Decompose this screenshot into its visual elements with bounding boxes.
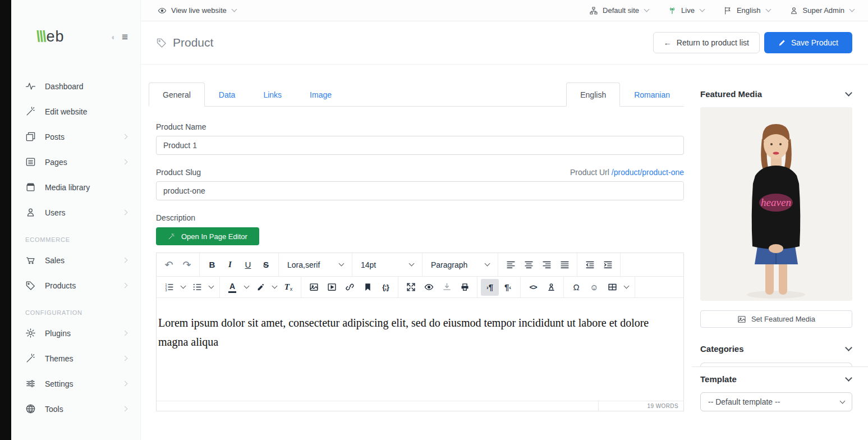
sidebar-item-plugins[interactable]: Plugins — [11, 320, 140, 346]
tab-data[interactable]: Data — [205, 82, 250, 107]
site-selector-menu[interactable]: Default site — [589, 6, 649, 15]
underline-button[interactable]: U — [239, 256, 257, 273]
save-draft-button[interactable] — [438, 279, 456, 296]
source-code-button[interactable]: <> — [524, 279, 542, 296]
sidebar-item-dashboard[interactable]: Dashboard — [11, 74, 140, 99]
sidebar-item-posts[interactable]: Posts — [11, 124, 140, 149]
product-name-input[interactable] — [156, 136, 684, 155]
text-color-button[interactable]: A — [223, 279, 241, 296]
page-title-row: Product — [156, 36, 213, 49]
tab-image[interactable]: Image — [296, 82, 346, 107]
sidebar-item-media-library[interactable]: Media library — [11, 175, 140, 200]
bullet-list-options[interactable] — [206, 279, 216, 296]
product-form: Product Name Product Slug Product Url /p… — [156, 122, 684, 411]
align-center-button[interactable] — [520, 256, 538, 273]
chevron-down-icon — [845, 89, 852, 97]
chevron-down-icon — [845, 374, 852, 382]
tab-links[interactable]: Links — [249, 82, 296, 107]
tab-lang-english[interactable]: English — [566, 82, 620, 107]
sidebar-item-users[interactable]: Users — [11, 200, 140, 225]
topbar: View live website Default site Live Engl… — [141, 0, 868, 21]
block-format-select[interactable]: Paragraph — [426, 256, 494, 273]
template-header[interactable]: Template — [700, 374, 852, 384]
insert-media-button[interactable] — [323, 279, 341, 296]
chevron-down-icon — [765, 7, 771, 12]
code-sample-button[interactable]: {;} — [376, 279, 394, 296]
model-photo: heaven — [700, 107, 852, 301]
word-count[interactable]: 19 WORDS — [598, 401, 683, 411]
sidebar: \\\ eb ◐ ≡ Dashboard Edit website Posts … — [11, 0, 141, 440]
align-justify-button[interactable] — [555, 256, 573, 273]
pencil-icon — [778, 39, 786, 47]
return-to-product-list-button[interactable]: ← Return to product list — [653, 32, 760, 53]
chevron-right-icon — [122, 381, 128, 387]
sidebar-logo-row: \\\ eb ◐ ≡ — [11, 0, 140, 74]
product-slug-input[interactable] — [156, 181, 684, 200]
insert-link-button[interactable] — [341, 279, 359, 296]
tab-lang-romanian[interactable]: Romanian — [620, 82, 684, 107]
sidebar-item-sales[interactable]: Sales — [11, 247, 140, 273]
sidebar-item-products[interactable]: Products — [11, 273, 140, 298]
bookmark-anchor-button[interactable] — [359, 279, 376, 296]
sidebar-item-themes[interactable]: Themes — [11, 346, 140, 371]
sidebar-item-edit-website[interactable]: Edit website — [11, 99, 140, 124]
insert-image-button[interactable] — [305, 279, 323, 296]
collapse-menu-icon[interactable]: ≡ — [122, 31, 128, 42]
font-family-select[interactable]: Lora,serif — [282, 256, 348, 273]
font-size-select[interactable]: 14pt — [356, 256, 419, 273]
special-character-button[interactable]: Ω — [567, 279, 585, 296]
user-menu[interactable]: Super Admin — [789, 6, 854, 15]
table-options[interactable] — [621, 279, 631, 296]
align-right-button[interactable] — [538, 256, 555, 273]
chevron-right-icon — [122, 406, 128, 412]
view-live-website-menu[interactable]: View live website — [158, 6, 236, 15]
categories-header[interactable]: Categories — [700, 344, 852, 354]
environment-menu[interactable]: Live — [668, 6, 704, 15]
sidebar-section-ecommerce: ECOMMERCE — [11, 236, 140, 243]
svg-text:heaven: heaven — [761, 196, 791, 208]
fullscreen-button[interactable] — [402, 279, 420, 296]
anchor-button[interactable] — [542, 279, 560, 296]
sidebar-item-tools[interactable]: Tools — [11, 396, 140, 421]
align-left-button[interactable] — [502, 256, 520, 273]
sidebar-item-settings[interactable]: Settings — [11, 371, 140, 396]
undo-button[interactable]: ↶ — [160, 256, 178, 273]
sidebar-item-pages[interactable]: Pages — [11, 149, 140, 175]
preview-button[interactable] — [420, 279, 438, 296]
chevron-down-icon — [849, 7, 855, 12]
outdent-button[interactable] — [581, 256, 599, 273]
ltr-direction-button[interactable]: ›¶ — [481, 279, 499, 296]
featured-media-header[interactable]: Featured Media — [700, 89, 852, 99]
cart-icon — [25, 255, 36, 265]
language-menu[interactable]: English — [723, 6, 770, 15]
chevron-right-icon — [122, 331, 128, 336]
redo-button[interactable]: ↷ — [178, 256, 196, 273]
italic-button[interactable]: I — [221, 256, 239, 273]
strikethrough-button[interactable]: S — [257, 256, 275, 273]
open-in-page-editor-button[interactable]: Open In Page Editor — [156, 227, 259, 245]
highlight-color-button[interactable] — [251, 279, 269, 296]
highlight-color-options[interactable] — [269, 279, 279, 296]
set-featured-media-button[interactable]: Set Featured Media — [700, 310, 852, 328]
editor-toolbar-row2: 123 A Tx — [157, 277, 683, 298]
text-color-options[interactable] — [241, 279, 251, 296]
table-button[interactable] — [603, 279, 621, 296]
emoticons-button[interactable]: ☺ — [585, 279, 603, 296]
template-select[interactable]: -- Default template -- — [700, 392, 852, 411]
contrast-toggle-icon[interactable]: ◐ — [111, 33, 116, 41]
tag-icon — [156, 37, 167, 48]
numbered-list-button[interactable]: 123 — [160, 279, 178, 296]
product-url-link[interactable]: /product/product-one — [612, 168, 684, 177]
print-button[interactable] — [456, 279, 474, 296]
tab-general[interactable]: General — [149, 82, 205, 107]
bold-button[interactable]: B — [203, 256, 221, 273]
editor-content[interactable]: Lorem ipsum dolor sit amet, consectetur … — [157, 298, 683, 401]
save-product-button[interactable]: Save Product — [764, 32, 852, 53]
indent-button[interactable] — [599, 256, 617, 273]
clear-formatting-button[interactable]: Tx — [279, 279, 297, 296]
categories-input-clipped[interactable] — [700, 363, 852, 366]
numbered-list-options[interactable] — [178, 279, 188, 296]
rtl-direction-button[interactable]: ¶‹ — [499, 279, 517, 296]
bullet-list-button[interactable] — [188, 279, 206, 296]
chevron-down-icon — [409, 261, 415, 267]
